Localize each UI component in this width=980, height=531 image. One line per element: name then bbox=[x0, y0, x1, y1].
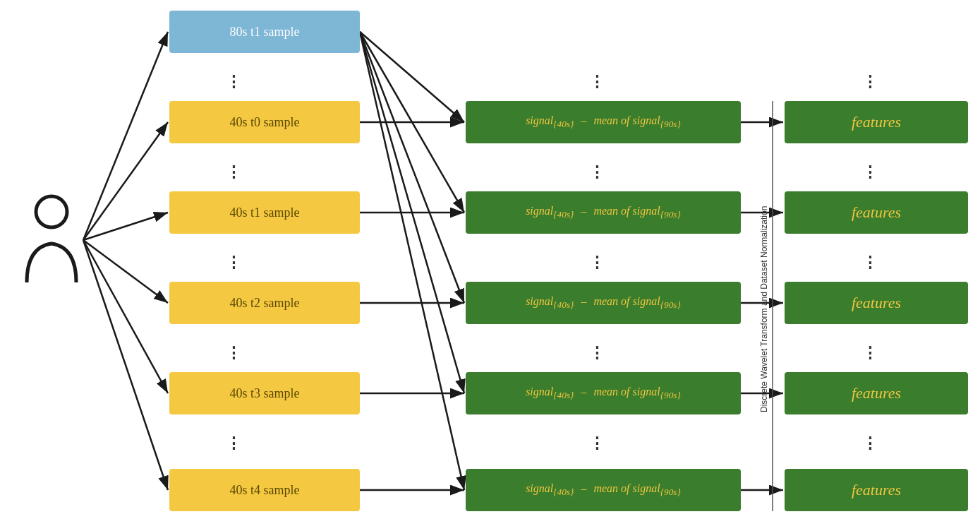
signal-box-4: signal{40s} – mean of signal{90s} bbox=[466, 469, 741, 511]
dots-left-4: ⋮ bbox=[226, 344, 241, 362]
box-40s-t4: 40s t4 sample bbox=[169, 469, 360, 511]
feature-box-0: features bbox=[785, 101, 968, 143]
signal-box-0: signal{40s} – mean of signal{90s} bbox=[466, 101, 741, 143]
svg-line-5 bbox=[83, 240, 168, 393]
svg-line-11 bbox=[360, 32, 464, 490]
dots-left-3: ⋮ bbox=[226, 253, 241, 272]
svg-line-8 bbox=[360, 32, 464, 213]
dots-left-1: ⋮ bbox=[226, 73, 241, 91]
svg-line-4 bbox=[83, 240, 168, 303]
diagram: 80s t1 sample 40s t0 sample 40s t1 sampl… bbox=[0, 0, 980, 531]
dots-mid-2: ⋮ bbox=[589, 163, 605, 181]
svg-line-1 bbox=[83, 32, 168, 240]
dwt-label: Discrete Wavelet Transform and Dataset N… bbox=[756, 101, 772, 518]
dots-left-5: ⋮ bbox=[226, 434, 241, 453]
dots-right-4: ⋮ bbox=[862, 344, 878, 362]
feature-box-3: features bbox=[785, 372, 968, 414]
svg-line-3 bbox=[83, 213, 168, 240]
dots-mid-1: ⋮ bbox=[589, 73, 605, 91]
svg-line-10 bbox=[360, 32, 464, 393]
dots-right-2: ⋮ bbox=[862, 163, 878, 181]
box-40s-t3: 40s t3 sample bbox=[169, 372, 360, 414]
box-40s-t0: 40s t0 sample bbox=[169, 101, 360, 143]
person-icon bbox=[20, 191, 83, 290]
signal-box-2: signal{40s} – mean of signal{90s} bbox=[466, 282, 741, 324]
signal-box-1: signal{40s} – mean of signal{90s} bbox=[466, 191, 741, 234]
svg-line-7 bbox=[360, 32, 464, 122]
dots-mid-4: ⋮ bbox=[589, 344, 605, 362]
dots-mid-5: ⋮ bbox=[589, 434, 605, 453]
svg-line-9 bbox=[360, 32, 464, 303]
box-80s-t1: 80s t1 sample bbox=[169, 11, 360, 53]
dots-right-5: ⋮ bbox=[862, 434, 878, 453]
arrows-svg bbox=[0, 0, 980, 531]
box-40s-t1: 40s t1 sample bbox=[169, 191, 360, 234]
feature-box-2: features bbox=[785, 282, 968, 324]
svg-point-23 bbox=[36, 196, 67, 227]
dots-right-1: ⋮ bbox=[862, 73, 878, 91]
dots-mid-3: ⋮ bbox=[589, 253, 605, 272]
dots-left-2: ⋮ bbox=[226, 163, 241, 181]
signal-box-3: signal{40s} – mean of signal{90s} bbox=[466, 372, 741, 414]
feature-box-1: features bbox=[785, 191, 968, 234]
feature-box-4: features bbox=[785, 469, 968, 511]
dots-right-3: ⋮ bbox=[862, 253, 878, 272]
svg-line-2 bbox=[83, 122, 168, 240]
svg-line-6 bbox=[83, 240, 168, 490]
box-40s-t2: 40s t2 sample bbox=[169, 282, 360, 324]
